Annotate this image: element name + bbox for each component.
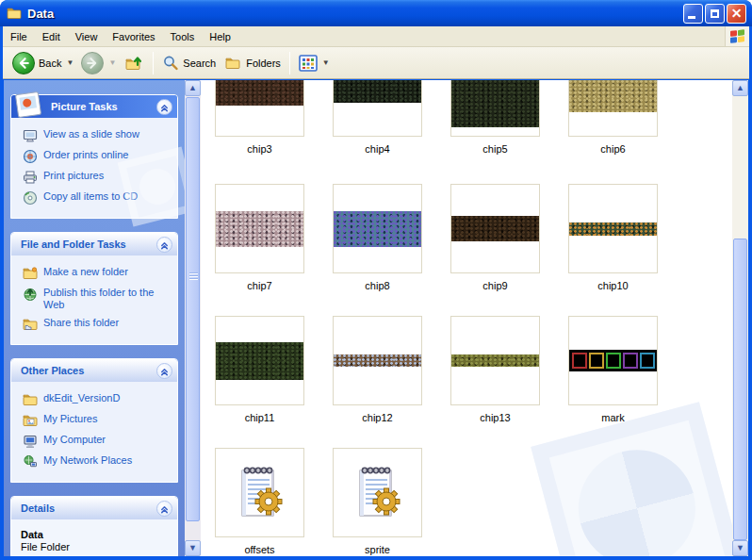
print-pictures-icon	[23, 170, 38, 185]
file-item[interactable]: sprite	[333, 448, 422, 555]
views-dropdown-icon[interactable]: ▼	[322, 58, 330, 67]
close-icon: ✕	[727, 5, 745, 23]
content-scrollbar[interactable]: ▲ ▼	[732, 80, 748, 556]
task-copy-to-cd[interactable]: Copy all items to CD	[23, 188, 172, 208]
minimize-button[interactable]	[683, 4, 703, 24]
menu-view[interactable]: View	[68, 28, 106, 45]
content-scroll-down-icon[interactable]: ▼	[732, 540, 748, 556]
place-my-pictures[interactable]: My Pictures	[23, 410, 172, 431]
panel-other-places: Other Places dkEdit_VersionD	[10, 358, 178, 483]
panel-details: Details Data File Folder Date Modified: …	[10, 496, 178, 556]
main-area: Picture Tasks View as a slide show	[4, 80, 748, 556]
panel-file-folder-tasks: File and Folder Tasks Make a new folder	[10, 232, 178, 345]
thumbnail-chip7	[216, 211, 303, 247]
toolbar-separator	[289, 52, 290, 74]
task-label: Print pictures	[43, 170, 104, 182]
forward-button[interactable]: ▼	[77, 50, 120, 76]
thumbnail-chip3	[216, 80, 303, 106]
sidebar-scrollbar[interactable]: ▲ ▼	[185, 80, 201, 556]
place-dkedit-versiond[interactable]: dkEdit_VersionD	[23, 389, 172, 410]
place-my-network-places[interactable]: My Network Places	[23, 452, 172, 472]
file-label: chip5	[482, 143, 507, 155]
file-label: sprite	[365, 544, 390, 555]
file-item[interactable]: chip12	[333, 316, 422, 423]
task-label: Order prints online	[43, 149, 129, 161]
file-label: offsets	[244, 544, 274, 555]
up-button[interactable]	[120, 52, 148, 74]
sidebar-scroll-down-icon[interactable]: ▼	[185, 540, 201, 556]
task-view-slideshow[interactable]: View as a slide show	[23, 125, 172, 146]
task-label: My Computer	[43, 434, 106, 446]
task-make-new-folder[interactable]: Make a new folder	[23, 263, 172, 284]
panel-header-details[interactable]: Details	[11, 497, 177, 519]
file-item[interactable]: chip6	[568, 80, 658, 155]
menu-help[interactable]: Help	[202, 28, 238, 45]
copy-to-cd-icon	[23, 190, 38, 206]
panel-header-file-folder-tasks[interactable]: File and Folder Tasks	[11, 233, 177, 255]
title-bar[interactable]: Data ✕	[0, 0, 752, 26]
file-item[interactable]: chip10	[568, 184, 658, 291]
menu-edit[interactable]: Edit	[35, 28, 68, 45]
task-order-prints[interactable]: Order prints online	[23, 146, 172, 167]
back-button[interactable]: Back ▼	[8, 50, 77, 76]
task-label: Make a new folder	[43, 266, 128, 278]
config-file-icon	[351, 464, 404, 522]
file-item[interactable]: chip3	[215, 80, 304, 155]
panel-title: Other Places	[21, 365, 156, 376]
file-item[interactable]: offsets	[215, 448, 304, 555]
close-button[interactable]: ✕	[727, 4, 746, 24]
task-label: View as a slide show	[43, 128, 139, 140]
file-item[interactable]: chip8	[333, 184, 422, 291]
task-print-pictures[interactable]: Print pictures	[23, 167, 172, 188]
menu-tools[interactable]: Tools	[163, 28, 203, 45]
menu-file[interactable]: File	[3, 28, 35, 45]
back-dropdown-icon[interactable]: ▼	[66, 58, 74, 67]
menu-bar: File Edit View Favorites Tools Help	[3, 26, 749, 47]
thumbnail-chip10	[569, 222, 657, 236]
file-item[interactable]: chip7	[215, 184, 304, 291]
task-publish-to-web[interactable]: Publish this folder to the Web	[23, 284, 172, 314]
file-list-view[interactable]: chip3 chip4 chip5 chip6	[201, 80, 732, 556]
task-share-folder[interactable]: Share this folder	[23, 314, 172, 335]
folders-label: Folders	[246, 58, 281, 69]
panel-title: File and Folder Tasks	[21, 239, 156, 250]
folders-button[interactable]: Folders	[220, 54, 285, 73]
windows-logo-icon	[725, 26, 749, 46]
picture-tasks-icon	[14, 91, 42, 119]
views-button[interactable]: ▼	[295, 53, 334, 74]
file-item[interactable]: chip9	[450, 184, 540, 291]
file-item[interactable]: chip13	[450, 316, 540, 423]
thumbnail-chip4	[334, 80, 421, 103]
task-label: My Pictures	[43, 413, 97, 425]
content-scrollbar-thumb[interactable]	[733, 239, 747, 540]
file-label: chip12	[362, 412, 392, 423]
toolbar-separator	[153, 52, 154, 74]
file-label: mark	[601, 412, 624, 423]
slideshow-icon	[23, 128, 38, 143]
sidebar-scroll-up-icon[interactable]: ▲	[185, 80, 201, 96]
views-icon	[299, 55, 318, 72]
maximize-button[interactable]	[705, 4, 725, 24]
file-item[interactable]: chip11	[215, 316, 304, 423]
panel-title: Details	[21, 502, 156, 514]
chevron-up-icon[interactable]	[156, 501, 172, 517]
place-my-computer[interactable]: My Computer	[23, 431, 172, 452]
search-button[interactable]: Search	[158, 53, 220, 74]
chevron-up-icon[interactable]	[156, 99, 172, 115]
maximize-icon	[711, 9, 719, 18]
file-item[interactable]: chip5	[450, 80, 540, 155]
details-folder-type: File Folder	[21, 541, 168, 552]
chevron-up-icon[interactable]	[156, 237, 172, 253]
picture-folder-watermark	[531, 402, 732, 556]
menu-favorites[interactable]: Favorites	[105, 28, 162, 45]
minimize-icon	[688, 16, 695, 19]
window-title: Data	[27, 7, 683, 21]
thumbnail-chip9	[451, 216, 539, 241]
file-item[interactable]: chip4	[333, 80, 422, 155]
file-item[interactable]: mark	[568, 316, 658, 423]
panel-header-other-places[interactable]: Other Places	[11, 359, 177, 382]
sidebar-scrollbar-thumb[interactable]	[186, 97, 200, 521]
content-scroll-up-icon[interactable]: ▲	[732, 80, 748, 96]
toolbar: Back ▼ ▼ Search	[3, 47, 749, 79]
chevron-up-icon[interactable]	[156, 363, 172, 379]
